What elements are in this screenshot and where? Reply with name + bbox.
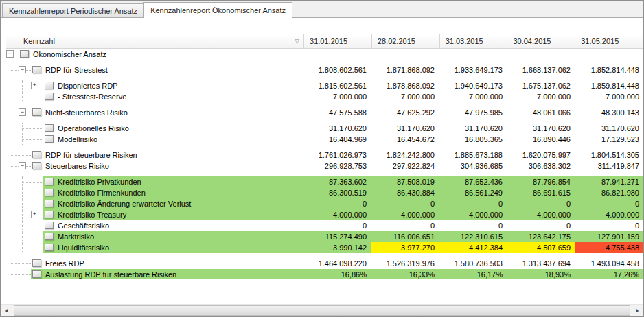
- node-icon: [32, 162, 41, 169]
- node-icon: [32, 270, 41, 278]
- value-cell: 16.890.446: [507, 134, 575, 145]
- node-icon: [45, 124, 54, 132]
- table-row[interactable]: Kreditrisiko Privatkunden87.363.60287.50…: [6, 176, 643, 187]
- tree-indent: −: [6, 64, 31, 75]
- tree-line-horizontal: [22, 182, 43, 183]
- column-header-date-3[interactable]: 31.03.2015: [440, 34, 508, 48]
- table-row[interactable]: Kreditrisiko Änderung erwarteter Verlust…: [6, 198, 643, 209]
- column-header-date-4[interactable]: 30.04.2015: [507, 34, 575, 48]
- row-label-cell: Marktrisiko: [43, 231, 303, 242]
- value-cell: 1.852.814.448: [575, 64, 643, 75]
- row-label-cell: Nicht-steuerbares Risiko: [31, 107, 303, 118]
- table-row[interactable]: Geschäftsrisiko00000: [6, 220, 643, 231]
- table-row[interactable]: - Stresstest-Reserve7.000.0007.000.0007.…: [6, 91, 643, 102]
- value-cell: 1.933.649.173: [439, 64, 507, 75]
- value-cell: [439, 49, 507, 60]
- app-window: Kennzahlenreport Periodischer Ansatz Ken…: [0, 0, 644, 317]
- value-cell: 4.755.438: [575, 242, 643, 253]
- row-key-cell: Liquiditätsrisiko: [6, 242, 303, 253]
- table-row[interactable]: −Steuerbares Risiko296.928.753297.922.82…: [6, 161, 643, 172]
- sort-indicator-icon[interactable]: ▽: [295, 38, 299, 45]
- tree-indent: [6, 176, 43, 187]
- value-cell: 4.000.000: [303, 209, 371, 220]
- value-cell: 4.507.659: [507, 242, 575, 253]
- group-gap: [6, 60, 643, 64]
- row-label: Operationelles Risiko: [58, 124, 129, 133]
- row-key-cell: Operationelles Risiko: [6, 123, 303, 134]
- tree-line-vertical: [10, 231, 10, 242]
- row-label: Steuerbares Risiko: [45, 161, 109, 171]
- column-header-date-5[interactable]: 31.05.2015: [575, 34, 643, 48]
- scroll-track[interactable]: [12, 305, 632, 316]
- value-cell: 115.274.490: [303, 231, 371, 242]
- row-key-cell: −Ökonomischer Ansatz: [6, 49, 303, 60]
- table-row[interactable]: +Kreditrisiko Treasury4.000.0004.000.000…: [6, 209, 643, 220]
- row-label: RDP für steuerbare Risiken: [45, 150, 137, 160]
- table-row[interactable]: RDP für steuerbare Risiken1.761.026.9731…: [6, 150, 643, 161]
- row-label: - Stresstest-Reserve: [58, 92, 126, 102]
- row-label-cell: Kreditrisiko Firmenkunden: [43, 187, 303, 198]
- node-icon: [20, 50, 29, 58]
- scroll-right-icon[interactable]: ►: [632, 305, 643, 316]
- expand-icon[interactable]: +: [31, 211, 38, 218]
- scroll-thumb[interactable]: [14, 305, 630, 316]
- table-row[interactable]: +Disponiertes RDP1.815.602.5611.878.868.…: [6, 80, 643, 91]
- tab-kennzahlenreport-oekonomischer-ansatz[interactable]: Kennzahlenreport Ökonomischer Ansatz: [143, 2, 292, 18]
- collapse-icon[interactable]: −: [19, 108, 26, 116]
- row-label: Kreditrisiko Privatkunden: [58, 177, 141, 187]
- row-key-cell: Kreditrisiko Änderung erwarteter Verlust: [6, 198, 303, 209]
- value-cell: 0: [507, 198, 575, 209]
- value-cell: 7.000.000: [303, 91, 371, 102]
- node-icon: [45, 222, 54, 229]
- expand-icon[interactable]: +: [31, 82, 38, 89]
- table-row[interactable]: Modellrisiko16.404.96916.454.67216.805.3…: [6, 134, 643, 145]
- table-row[interactable]: Liquiditätsrisiko3.990.1423.977.2704.412…: [6, 242, 643, 253]
- table-row[interactable]: Operationelles Risiko31.170.62031.170.62…: [6, 123, 643, 134]
- table-row[interactable]: −RDP für Stresstest1.808.602.5611.871.86…: [6, 64, 643, 75]
- table-row[interactable]: Freies RDP1.464.098.2201.526.319.9761.58…: [6, 258, 643, 269]
- node-icon: [45, 82, 54, 89]
- value-cell: 1.675.137.062: [507, 80, 575, 91]
- collapse-icon[interactable]: −: [6, 50, 14, 58]
- tree-line-vertical: [10, 209, 10, 220]
- node-icon: [32, 259, 41, 267]
- tree-indent: [6, 150, 31, 161]
- value-cell: 16,86%: [303, 269, 371, 280]
- row-key-cell: Marktrisiko: [6, 231, 303, 242]
- tab-kennzahlenreport-periodischer-ansatz[interactable]: Kennzahlenreport Periodischer Ansatz: [2, 3, 144, 17]
- table-row[interactable]: Kreditrisiko Firmenkunden86.300.51986.43…: [6, 187, 643, 198]
- table-row[interactable]: Marktrisiko115.274.490116.006.651122.310…: [6, 231, 643, 242]
- value-cell: 87.796.854: [507, 176, 575, 187]
- value-cell: 31.170.620: [575, 123, 643, 134]
- value-cell: 7.000.000: [371, 91, 439, 102]
- row-label: Geschäftsrisiko: [58, 221, 109, 231]
- table-row[interactable]: Auslastung RDP für steuerbare Risiken16,…: [6, 269, 643, 280]
- row-key-cell: −RDP für Stresstest: [6, 64, 303, 75]
- value-cell: 87.508.019: [371, 176, 439, 187]
- node-icon: [45, 93, 54, 100]
- value-cell: 0: [303, 198, 371, 209]
- table-row[interactable]: −Ökonomischer Ansatz: [6, 49, 643, 60]
- value-cell: 17.129.523: [575, 134, 643, 145]
- collapse-icon[interactable]: −: [19, 162, 26, 169]
- row-label-cell: Kreditrisiko Privatkunden: [43, 176, 303, 187]
- column-header-date-2[interactable]: 28.02.2015: [372, 34, 440, 48]
- tree-line-vertical: [10, 134, 10, 145]
- collapse-icon[interactable]: −: [19, 66, 26, 73]
- tree-indent: [6, 220, 43, 231]
- column-header-kennzahl[interactable]: Kennzahl ▽: [6, 34, 304, 48]
- value-cell: 3.990.142: [303, 242, 371, 253]
- value-cell: [303, 49, 371, 60]
- tree-indent: −: [6, 49, 19, 60]
- table-body: −Ökonomischer Ansatz−RDP für Stresstest1…: [6, 49, 643, 280]
- value-cell: [371, 49, 439, 60]
- tree-line-horizontal: [10, 274, 31, 275]
- scroll-left-icon[interactable]: ◄: [1, 305, 12, 316]
- horizontal-scrollbar[interactable]: ◄ ►: [1, 304, 643, 316]
- row-label: Auslastung RDP für steuerbare Risiken: [45, 270, 176, 279]
- node-icon: [32, 108, 41, 116]
- value-cell: 87.363.602: [303, 176, 371, 187]
- value-cell: 1.808.602.561: [303, 64, 371, 75]
- table-row[interactable]: −Nicht-steuerbares Risiko47.575.58847.62…: [6, 107, 643, 118]
- column-header-date-1[interactable]: 31.01.2015: [304, 34, 372, 48]
